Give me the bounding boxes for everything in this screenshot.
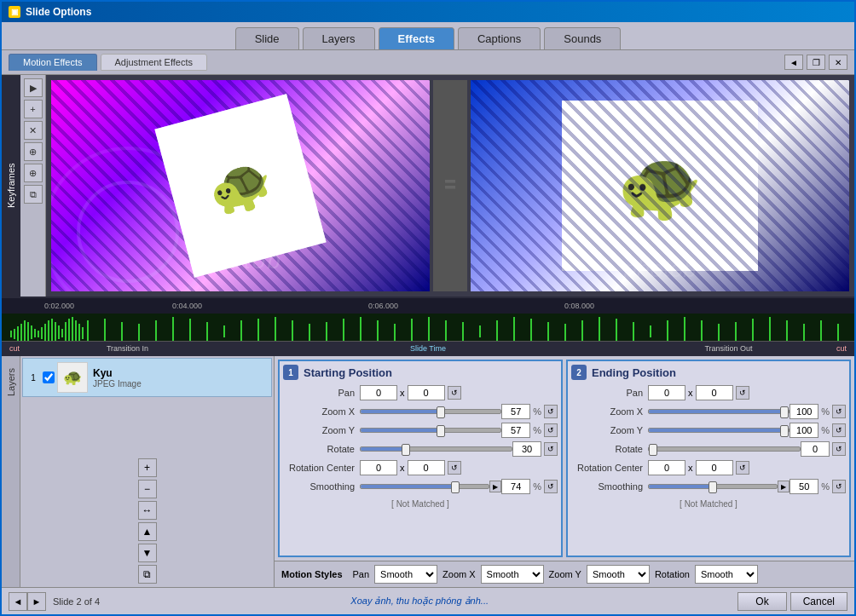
ok-button[interactable]: Ok — [737, 592, 786, 611]
end-smoothing-track[interactable] — [648, 484, 778, 489]
start-rotate-thumb[interactable] — [402, 444, 410, 456]
nav-left-icon[interactable]: ◄ — [784, 55, 803, 70]
tab-slide[interactable]: Slide — [235, 27, 299, 49]
start-smoothing-thumb[interactable] — [451, 481, 460, 493]
cancel-button[interactable]: Cancel — [790, 592, 847, 611]
end-rotate-val[interactable] — [801, 441, 830, 457]
layer-item[interactable]: 1 🐢 Kyu JPEG Image — [22, 358, 272, 397]
add-layer-btn[interactable]: + — [138, 458, 157, 477]
start-rotate-track[interactable] — [360, 446, 512, 452]
end-zoomy-track[interactable] — [648, 428, 789, 433]
end-smoothing-play[interactable]: ▶ — [778, 481, 789, 492]
add-keyframe-button[interactable]: + — [24, 100, 43, 118]
move-up-btn[interactable]: ▲ — [138, 522, 157, 541]
rotation-select[interactable]: Smooth Linear Fast Start Fast End — [695, 565, 758, 584]
layer-visibility-checkbox[interactable] — [43, 371, 55, 383]
end-smoothing-val[interactable] — [789, 479, 818, 494]
end-smoothing-reset[interactable]: ↺ — [832, 480, 846, 493]
svg-rect-22 — [78, 324, 80, 341]
end-pan-x[interactable] — [648, 385, 685, 400]
remove-layer-btn[interactable]: − — [138, 480, 157, 498]
start-smoothing-reset[interactable]: ↺ — [544, 480, 558, 493]
svg-rect-37 — [309, 324, 310, 341]
start-zoomx-reset[interactable]: ↺ — [544, 405, 558, 418]
start-rotate-val[interactable] — [512, 441, 541, 457]
end-rotcenter-label: Rotation Center — [571, 463, 648, 473]
start-rotcenter-x[interactable] — [360, 460, 397, 475]
end-zoomy-reset[interactable]: ↺ — [832, 423, 846, 437]
tab-captions[interactable]: Captions — [458, 27, 541, 49]
app-icon: ▣ — [9, 6, 20, 18]
end-rotate-reset[interactable]: ↺ — [832, 442, 846, 456]
end-zoomx-track[interactable] — [648, 409, 789, 414]
move-down-btn[interactable]: ▼ — [138, 544, 157, 562]
start-icon: 1 — [283, 365, 298, 380]
start-zoomy-thumb[interactable] — [437, 425, 445, 437]
start-pan-y[interactable] — [408, 385, 445, 400]
start-zoomx-val[interactable] — [501, 404, 530, 419]
start-zoomx-track[interactable] — [360, 409, 501, 414]
start-smoothing-play[interactable]: ▶ — [489, 481, 501, 492]
end-zoomx-thumb[interactable] — [780, 406, 789, 418]
start-pan-x[interactable] — [360, 385, 397, 400]
timeline-waveform[interactable]: // Inline SVG bars via text for waveform — [2, 314, 854, 341]
duplicate-layer-btn[interactable]: ⧉ — [138, 565, 157, 584]
end-smoothing-row: Smoothing ▶ % ↺ — [571, 479, 846, 494]
start-pan-reset[interactable]: ↺ — [448, 386, 461, 400]
end-frame: 🐢 photob — [471, 80, 849, 291]
end-smoothing-thumb[interactable] — [709, 481, 717, 493]
tab-sounds[interactable]: Sounds — [544, 27, 621, 49]
nav-window-icon[interactable]: ❐ — [807, 55, 825, 70]
move-layer-btn[interactable]: ↔ — [138, 501, 157, 520]
end-pan-reset[interactable]: ↺ — [736, 386, 749, 400]
sub-tab-motion[interactable]: Motion Effects — [9, 54, 97, 71]
start-zoomy-fill — [361, 429, 441, 432]
end-icon: 2 — [571, 365, 587, 380]
end-rotcenter-reset[interactable]: ↺ — [736, 461, 749, 475]
sub-tab-adjustment[interactable]: Adjustment Effects — [101, 54, 208, 71]
end-rotcenter-y[interactable] — [696, 460, 733, 475]
start-zoomy-val[interactable] — [501, 423, 530, 438]
start-smoothing-val[interactable] — [501, 479, 530, 494]
next-slide-btn[interactable]: ► — [27, 592, 46, 611]
end-rotate-row: Rotate ↺ — [571, 441, 846, 457]
start-zoomy-reset[interactable]: ↺ — [544, 423, 558, 437]
end-rotcenter-x[interactable] — [648, 460, 685, 475]
start-smoothing-track[interactable] — [360, 484, 489, 489]
end-rotate-thumb[interactable] — [649, 444, 657, 456]
frame-divider: ▌▌ — [433, 80, 467, 291]
svg-rect-27 — [138, 324, 140, 341]
tab-layers[interactable]: Layers — [303, 27, 375, 49]
delete-keyframe-button[interactable]: ✕ — [24, 121, 43, 140]
start-zoomx-thumb[interactable] — [437, 406, 445, 418]
end-pan-y[interactable] — [696, 385, 733, 400]
start-rotcenter-label: Rotation Center — [283, 463, 360, 473]
timeline-labels: cut Transition In Slide Time Transition … — [2, 341, 854, 354]
end-zoomx-reset[interactable]: ↺ — [832, 405, 846, 418]
start-smoothing-label: Smoothing — [283, 481, 360, 492]
start-smoothing-slider — [360, 484, 489, 489]
zoom-y-select[interactable]: Smooth Linear Fast Start Fast End — [587, 565, 650, 584]
transform-button[interactable]: ⊕ — [24, 142, 43, 161]
prev-slide-btn[interactable]: ◄ — [9, 592, 27, 611]
pan-select[interactable]: Smooth Linear Fast Start Fast End — [374, 565, 437, 584]
end-rotate-track[interactable] — [648, 446, 801, 452]
zoom-x-select[interactable]: Smooth Linear Fast Start Fast End — [481, 565, 544, 584]
copy-button[interactable]: ⧉ — [24, 185, 43, 204]
start-zoomy-track[interactable] — [360, 428, 501, 433]
play-button[interactable]: ▶ — [24, 78, 43, 97]
tab-effects[interactable]: Effects — [379, 27, 454, 49]
end-zoomx-val[interactable] — [789, 404, 818, 419]
end-zoomy-val[interactable] — [789, 423, 818, 438]
start-rotcenter-y[interactable] — [408, 460, 445, 475]
zoom-in-button[interactable]: ⊕ — [24, 164, 43, 182]
svg-rect-58 — [667, 320, 668, 341]
svg-rect-59 — [684, 317, 685, 341]
svg-rect-3 — [14, 329, 15, 339]
nav-close-icon[interactable]: ✕ — [829, 55, 847, 70]
start-rotate-reset[interactable]: ↺ — [544, 442, 558, 456]
end-zoomy-thumb[interactable] — [780, 425, 789, 437]
end-zoomx-fill — [649, 410, 789, 413]
start-rotcenter-reset[interactable]: ↺ — [448, 461, 461, 475]
effects-area: 1 Starting Position Pan x ↺ Zoom X — [275, 356, 854, 587]
